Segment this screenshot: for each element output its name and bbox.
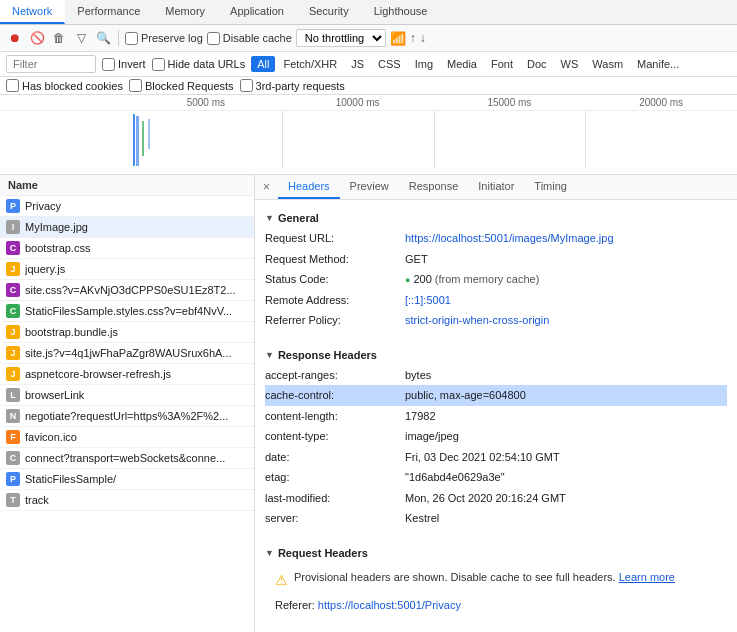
list-item[interactable]: L browserLink: [0, 385, 254, 406]
upload-icon: ↑: [410, 31, 416, 45]
hide-data-urls-checkbox[interactable]: Hide data URLs: [152, 58, 246, 71]
disable-cache-input[interactable]: [207, 32, 220, 45]
list-item[interactable]: C bootstrap.css: [0, 238, 254, 259]
filter-btn-js[interactable]: JS: [345, 56, 370, 72]
tab-initiator[interactable]: Initiator: [468, 175, 524, 199]
filter-btn-all[interactable]: All: [251, 56, 275, 72]
tab-memory[interactable]: Memory: [153, 0, 218, 24]
tab-headers[interactable]: Headers: [278, 175, 340, 199]
tab-response[interactable]: Response: [399, 175, 469, 199]
status-code-val: ●200 (from memory cache): [405, 271, 539, 288]
last-modified-row: last-modified: Mon, 26 Oct 2020 20:16:24…: [265, 488, 727, 509]
close-button[interactable]: ×: [255, 175, 278, 199]
timeline-mark-4: 20000 ms: [585, 97, 737, 108]
list-item[interactable]: J jquery.js: [0, 259, 254, 280]
file-name: StaticFilesSample/: [25, 473, 116, 485]
filter-button[interactable]: ▽: [72, 29, 90, 47]
preserve-log-checkbox[interactable]: Preserve log: [125, 32, 203, 45]
list-item[interactable]: J bootstrap.bundle.js: [0, 322, 254, 343]
filter-btn-media[interactable]: Media: [441, 56, 483, 72]
date-row: date: Fri, 03 Dec 2021 02:54:10 GMT: [265, 447, 727, 468]
date-val: Fri, 03 Dec 2021 02:54:10 GMT: [405, 449, 560, 466]
tab-lighthouse[interactable]: Lighthouse: [362, 0, 441, 24]
warning-icon: ⚠: [275, 570, 288, 591]
timeline-bar-1: [136, 116, 139, 166]
timeline-vline-1: [282, 111, 283, 169]
hide-data-urls-input[interactable]: [152, 58, 165, 71]
file-name: site.css?v=AKvNjO3dCPPS0eSU1Ez8T2...: [25, 284, 236, 296]
list-item[interactable]: J aspnetcore-browser-refresh.js: [0, 364, 254, 385]
list-item[interactable]: C site.css?v=AKvNjO3dCPPS0eSU1Ez8T2...: [0, 280, 254, 301]
divider-1: [118, 30, 119, 46]
blocked-requests-checkbox[interactable]: Blocked Requests: [129, 79, 234, 92]
response-headers-title[interactable]: Response Headers: [265, 349, 727, 361]
clear-button[interactable]: 🗑: [50, 29, 68, 47]
filter-bar: Invert Hide data URLs All Fetch/XHR JS C…: [0, 52, 737, 77]
file-name: negotiate?requestUrl=https%3A%2F%2...: [25, 410, 228, 422]
third-party-input[interactable]: [240, 79, 253, 92]
timeline-bar-2: [142, 121, 144, 156]
file-icon: N: [6, 409, 20, 423]
filter-btn-css[interactable]: CSS: [372, 56, 407, 72]
tab-preview[interactable]: Preview: [340, 175, 399, 199]
list-item[interactable]: F favicon.ico: [0, 427, 254, 448]
file-name: track: [25, 494, 49, 506]
file-name: bootstrap.bundle.js: [25, 326, 118, 338]
timeline-area: 5000 ms 10000 ms 15000 ms 20000 ms: [0, 95, 737, 175]
list-item[interactable]: P Privacy: [0, 196, 254, 217]
third-party-checkbox[interactable]: 3rd-party requests: [240, 79, 345, 92]
has-blocked-cookies-checkbox[interactable]: Has blocked cookies: [6, 79, 123, 92]
list-item[interactable]: N negotiate?requestUrl=https%3A%2F%2...: [0, 406, 254, 427]
remote-address-row: Remote Address: [::1]:5001: [265, 290, 727, 311]
throttle-select[interactable]: No throttling: [296, 29, 386, 47]
blocked-requests-input[interactable]: [129, 79, 142, 92]
filter-btn-fetch[interactable]: Fetch/XHR: [277, 56, 343, 72]
timeline-mark-2: 10000 ms: [282, 97, 434, 108]
filter-input[interactable]: [6, 55, 96, 73]
download-icon: ↓: [420, 31, 426, 45]
file-icon: J: [6, 367, 20, 381]
preserve-log-input[interactable]: [125, 32, 138, 45]
tab-timing[interactable]: Timing: [524, 175, 577, 199]
disable-cache-checkbox[interactable]: Disable cache: [207, 32, 292, 45]
list-item[interactable]: T track: [0, 490, 254, 511]
general-section-title[interactable]: General: [265, 212, 727, 224]
accept-ranges-row: accept-ranges: bytes: [265, 365, 727, 386]
filter-btn-wasm[interactable]: Wasm: [586, 56, 629, 72]
tab-application[interactable]: Application: [218, 0, 297, 24]
list-item[interactable]: C connect?transport=webSockets&conne...: [0, 448, 254, 469]
search-button[interactable]: 🔍: [94, 29, 112, 47]
list-item[interactable]: J site.js?v=4q1jwFhaPaZgr8WAUSrux6hA...: [0, 343, 254, 364]
learn-more-link[interactable]: Learn more: [619, 571, 675, 583]
filter-btn-manifest[interactable]: Manife...: [631, 56, 685, 72]
filter-btn-ws[interactable]: WS: [555, 56, 585, 72]
file-name: Privacy: [25, 200, 61, 212]
tab-network[interactable]: Network: [0, 0, 65, 24]
file-icon: F: [6, 430, 20, 444]
status-code-row: Status Code: ●200 (from memory cache): [265, 269, 727, 290]
filter-btn-doc[interactable]: Doc: [521, 56, 553, 72]
filter-btn-font[interactable]: Font: [485, 56, 519, 72]
timeline-bar-3: [148, 119, 150, 149]
filter-btn-img[interactable]: Img: [409, 56, 439, 72]
server-row: server: Kestrel: [265, 508, 727, 529]
timeline-mark-3: 15000 ms: [434, 97, 586, 108]
tab-performance[interactable]: Performance: [65, 0, 153, 24]
list-item[interactable]: I MyImage.jpg: [0, 217, 254, 238]
list-item[interactable]: P StaticFilesSample/: [0, 469, 254, 490]
stop-button[interactable]: 🚫: [28, 29, 46, 47]
invert-checkbox[interactable]: Invert: [102, 58, 146, 71]
file-name: jquery.js: [25, 263, 65, 275]
file-icon: J: [6, 346, 20, 360]
request-headers-title[interactable]: Request Headers: [265, 547, 727, 559]
record-button[interactable]: ⏺: [6, 29, 24, 47]
list-item[interactable]: C StaticFilesSample.styles.css?v=ebf4NvV…: [0, 301, 254, 322]
timeline-bar-4: [133, 114, 135, 166]
referer-key: Referer:: [275, 599, 315, 611]
has-blocked-cookies-input[interactable]: [6, 79, 19, 92]
file-icon: P: [6, 199, 20, 213]
tab-security[interactable]: Security: [297, 0, 362, 24]
invert-input[interactable]: [102, 58, 115, 71]
referer-row: Referer: https://localhost:5001/Privacy: [265, 597, 727, 613]
request-url-row: Request URL: https://localhost:5001/imag…: [265, 228, 727, 249]
